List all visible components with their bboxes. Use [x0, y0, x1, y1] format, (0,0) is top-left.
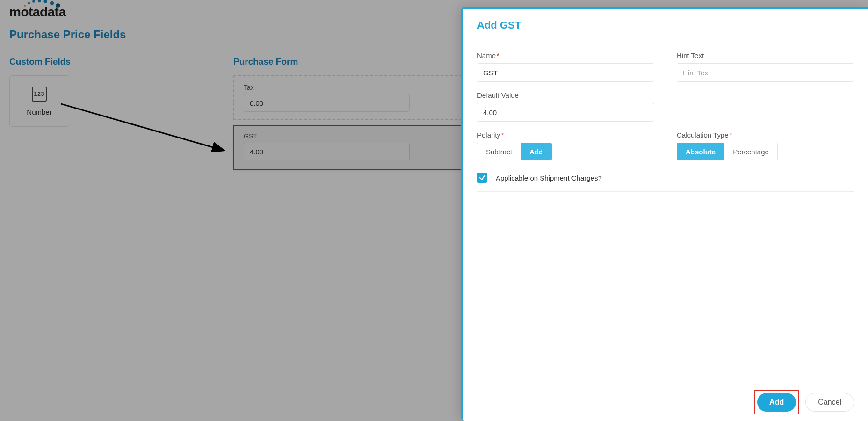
polarity-subtract-button[interactable]: Subtract — [477, 143, 521, 160]
panel-body: Name* Hint Text Default Value Polarity* — [463, 40, 868, 384]
panel-title: Add GST — [477, 19, 854, 31]
default-value-label: Default Value — [477, 91, 654, 99]
add-gst-panel: Add GST Name* Hint Text Default Value — [461, 7, 868, 421]
calc-type-label: Calculation Type* — [677, 131, 854, 139]
required-star: * — [730, 131, 732, 139]
applicable-shipment-label: Applicable on Shipment Charges? — [496, 174, 602, 182]
polarity-label: Polarity* — [477, 131, 654, 139]
default-value-input[interactable] — [477, 103, 654, 122]
required-star: * — [497, 51, 499, 59]
hint-input[interactable] — [677, 63, 854, 82]
calc-type-percentage-button[interactable]: Percentage — [724, 143, 778, 160]
panel-header: Add GST — [463, 9, 868, 40]
required-star: * — [501, 131, 504, 139]
name-input[interactable] — [477, 63, 654, 82]
field-hint-text: Hint Text — [677, 51, 854, 82]
calc-type-absolute-button[interactable]: Absolute — [677, 143, 724, 160]
field-name: Name* — [477, 51, 654, 82]
cancel-button[interactable]: Cancel — [805, 393, 854, 412]
field-polarity: Polarity* Subtract Add — [477, 131, 654, 160]
polarity-toggle: Subtract Add — [477, 143, 654, 160]
hint-label: Hint Text — [677, 51, 854, 59]
check-icon — [479, 174, 485, 181]
calc-type-toggle: Absolute Percentage — [677, 143, 854, 160]
add-button[interactable]: Add — [757, 393, 796, 412]
panel-footer: Add Cancel — [463, 384, 868, 421]
add-button-highlight: Add — [754, 390, 799, 414]
applicable-shipment-checkbox[interactable] — [477, 173, 487, 183]
field-calculation-type: Calculation Type* Absolute Percentage — [677, 131, 854, 160]
polarity-add-button[interactable]: Add — [521, 143, 552, 160]
field-default-value: Default Value — [477, 91, 654, 122]
name-label: Name* — [477, 51, 654, 59]
field-applicable-shipment: Applicable on Shipment Charges? — [477, 170, 854, 192]
